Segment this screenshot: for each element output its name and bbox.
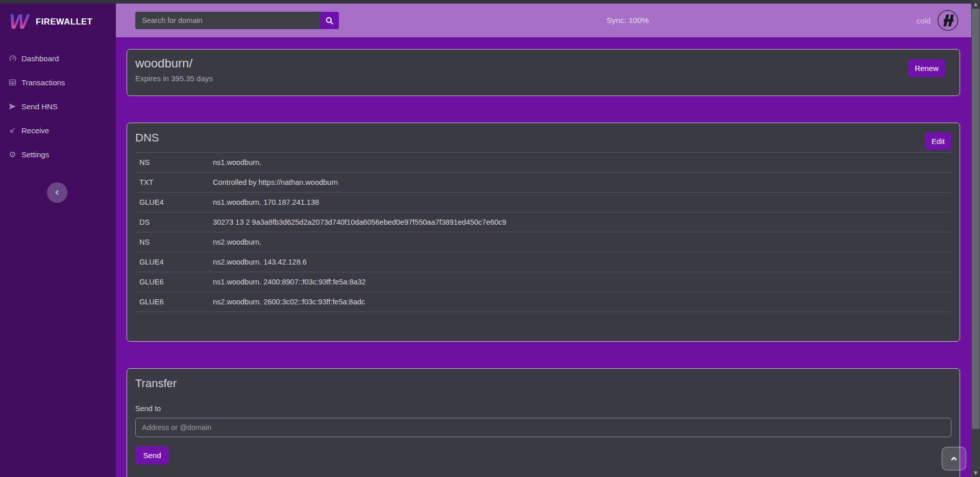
scrollbar-down-arrow-icon[interactable]: ▼ (971, 470, 980, 475)
dns-record-row: NS ns2.woodburn. (135, 232, 951, 252)
dns-record-value: ns1.woodburn. (209, 153, 951, 173)
sidebar-item-label: Send HNS (21, 102, 58, 111)
dns-record-row: GLUE6 ns2.woodburn. 2600:3c02::f03c:93ff… (135, 292, 951, 312)
svg-text:W: W (9, 10, 30, 33)
topbar: Sync: 100% cold (116, 4, 971, 37)
send-to-label: Send to (135, 404, 951, 413)
dns-record-row: NS ns1.woodburn. (135, 153, 951, 173)
dns-record-value: ns2.woodburn. (209, 232, 951, 252)
search-input[interactable] (135, 12, 320, 29)
search-icon (325, 16, 334, 25)
send-transfer-button[interactable]: Send (135, 446, 169, 464)
send-icon (8, 102, 17, 111)
receive-arrow-icon (8, 126, 17, 135)
domain-expiry: Expires in 395.35 days (135, 74, 951, 83)
transfer-address-input[interactable] (135, 418, 951, 437)
dns-record-row: TXT Controlled by https://nathan.woodbur… (135, 173, 951, 193)
dns-record-row: GLUE6 ns1.woodburn. 2400:8907::f03c:93ff… (135, 272, 951, 292)
gear-icon: ⚙ (8, 150, 17, 159)
dns-record-value: ns2.woodburn. 143.42.128.6 (209, 252, 951, 272)
dns-record-row: GLUE4 ns1.woodburn. 170.187.241.138 (135, 193, 951, 212)
domain-card: woodburn/ Expires in 395.35 days Renew (127, 49, 960, 96)
speedometer-icon (8, 54, 17, 63)
firewallet-logo-icon: W (7, 10, 31, 33)
dns-record-value: Controlled by https://nathan.woodburn (209, 173, 951, 193)
dns-record-type: NS (135, 153, 209, 173)
chevron-up-icon (950, 455, 958, 463)
dns-record-value: 30273 13 2 9a3a8fb3d625d2a2073d740f10da6… (209, 212, 951, 232)
brand-name: FIREWALLET (36, 17, 92, 27)
sync-status: Sync: 100% (339, 16, 916, 25)
dns-record-row: DS 30273 13 2 9a3a8fb3d625d2a2073d740f10… (135, 212, 951, 232)
dns-record-type: GLUE6 (135, 272, 209, 292)
dns-records-table: NS ns1.woodburn. TXT Controlled by https… (135, 152, 951, 312)
transfer-card: Transfer Send to Send (127, 368, 960, 477)
scrollbar-thumb[interactable] (972, 9, 979, 429)
sidebar-item-settings[interactable]: ⚙ Settings (0, 142, 116, 166)
table-icon (8, 78, 17, 87)
dns-record-value: ns2.woodburn. 2600:3c02::f03c:93ff:fe5a:… (209, 292, 951, 312)
sidebar-menu: Dashboard Transactions Send HNS (0, 46, 116, 166)
dns-record-value: ns1.woodburn. 170.187.241.138 (209, 193, 951, 212)
sidebar-item-transactions[interactable]: Transactions (0, 70, 116, 94)
dns-record-row: GLUE4 ns2.woodburn. 143.42.128.6 (135, 252, 951, 272)
wallet-name: cold (916, 16, 930, 25)
dns-record-type: GLUE4 (135, 252, 209, 272)
dns-record-type: TXT (135, 173, 209, 193)
dns-record-type: GLUE4 (135, 193, 209, 212)
renew-button[interactable]: Renew (908, 59, 945, 77)
sidebar: W FIREWALLET Dashboard Transactions (0, 4, 116, 477)
domain-title: woodburn/ (135, 56, 951, 70)
dns-record-type: GLUE6 (135, 292, 209, 312)
sidebar-item-label: Settings (21, 150, 49, 159)
collapse-sidebar-button[interactable] (47, 182, 67, 203)
chevron-left-icon (54, 189, 61, 196)
edit-dns-button[interactable]: Edit (925, 132, 951, 150)
main-content: woodburn/ Expires in 395.35 days Renew D… (116, 37, 971, 477)
dns-title: DNS (135, 130, 951, 145)
dns-record-type: NS (135, 232, 209, 252)
sidebar-item-label: Dashboard (21, 54, 59, 63)
transfer-title: Transfer (135, 375, 951, 390)
window-top-strip (0, 0, 980, 4)
scroll-to-top-button[interactable] (942, 447, 966, 470)
domain-search-form (135, 12, 339, 29)
sidebar-item-label: Transactions (21, 78, 65, 87)
search-button[interactable] (320, 12, 339, 29)
dns-card: DNS Edit NS ns1.woodburn. TXT Controlled… (127, 123, 960, 342)
dns-record-value: ns1.woodburn. 2400:8907::f03c:93ff:fe5a:… (209, 272, 951, 292)
handshake-logo-icon[interactable] (937, 9, 959, 32)
sidebar-item-send-hns[interactable]: Send HNS (0, 94, 116, 118)
brand[interactable]: W FIREWALLET (0, 4, 116, 33)
wallet-area[interactable]: cold (916, 9, 959, 32)
sidebar-item-receive[interactable]: Receive (0, 118, 116, 142)
vertical-scrollbar[interactable]: ▲ ▼ (971, 0, 980, 477)
dns-record-type: DS (135, 212, 209, 232)
scrollbar-up-arrow-icon[interactable]: ▲ (971, 2, 980, 7)
sidebar-item-label: Receive (21, 126, 49, 135)
sidebar-item-dashboard[interactable]: Dashboard (0, 46, 116, 70)
